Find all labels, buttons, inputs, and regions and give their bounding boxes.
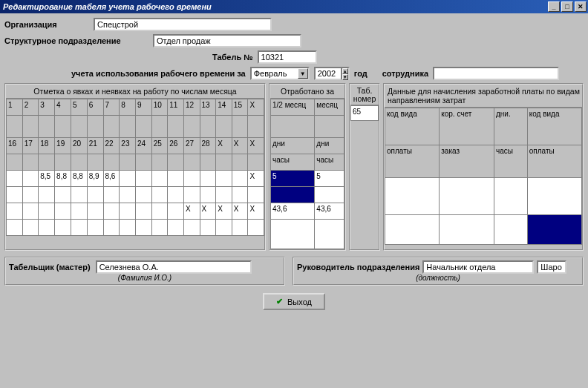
attendance-cell[interactable]	[168, 171, 184, 187]
attendance-cell: X	[248, 99, 264, 116]
spinner-up-icon[interactable]: ▲	[342, 68, 348, 74]
window-titlebar: Редактирование табеля учета рабочего вре…	[0, 0, 588, 13]
payroll-c5: оплаты	[385, 145, 440, 178]
window-title: Редактирование табеля учета рабочего вре…	[3, 2, 212, 11]
maximize-icon[interactable]: □	[561, 1, 573, 12]
worked-h1a: 1/2 месяц	[271, 99, 315, 116]
worked-h2a: дни	[271, 138, 315, 154]
attendance-cell: 22	[103, 138, 120, 154]
leader-hint: (должность)	[297, 274, 579, 282]
worked-h3a: часы	[271, 154, 315, 171]
tabnum-panel: Таб. номер 65	[349, 83, 380, 251]
attendance-cell[interactable]	[183, 171, 200, 187]
worked-h3b: часы	[315, 154, 344, 171]
attendance-cell[interactable]	[216, 171, 232, 187]
tabnum-grid[interactable]: 65	[350, 105, 379, 121]
attendance-cell: 4	[55, 99, 71, 116]
attendance-cell[interactable]: X	[216, 203, 232, 220]
year-spinner[interactable]: ▲ ▼	[341, 67, 350, 80]
attendance-cell[interactable]	[7, 171, 23, 187]
attendance-cell[interactable]	[135, 203, 151, 220]
tabnum-value[interactable]: 65	[351, 106, 379, 121]
attendance-cell[interactable]	[120, 203, 136, 220]
attendance-cell[interactable]: 8,9	[87, 171, 103, 187]
worked-h1b: месяц	[315, 99, 344, 116]
attendance-cell: 17	[22, 138, 39, 154]
worked-r3b[interactable]: 43,6	[315, 203, 344, 220]
payroll-c8: оплаты	[527, 145, 581, 178]
attendance-cell: 7	[103, 99, 120, 116]
payroll-c2: кор. счет	[440, 108, 494, 145]
leader-input[interactable]	[422, 260, 534, 274]
attendance-cell: 24	[135, 138, 151, 154]
attendance-cell[interactable]	[135, 171, 151, 187]
attendance-cell[interactable]	[200, 171, 216, 187]
exit-button[interactable]: ✔ Выход	[263, 293, 325, 310]
employee-input[interactable]	[433, 67, 559, 80]
attendance-cell[interactable]	[232, 171, 248, 187]
attendance-cell: 3	[39, 99, 55, 116]
attendance-cell[interactable]: X	[200, 203, 216, 220]
extra-input[interactable]	[537, 260, 566, 274]
worked-r3a[interactable]: 43,6	[271, 203, 315, 220]
org-input[interactable]	[94, 18, 272, 31]
attendance-cell: 19	[55, 138, 71, 154]
exit-label: Выход	[287, 297, 312, 306]
worked-r2a[interactable]	[271, 187, 315, 203]
attendance-cell[interactable]: X	[232, 203, 248, 220]
attendance-cell[interactable]	[39, 203, 55, 220]
payroll-c4: код вида	[527, 108, 581, 145]
worked-r1a[interactable]: 5	[271, 171, 315, 187]
attendance-cell: 10	[151, 99, 168, 116]
attendance-cell[interactable]	[55, 203, 71, 220]
attendance-grid[interactable]: 123456789101112131415X161718192021222324…	[6, 99, 264, 236]
payroll-c6: заказ	[440, 145, 494, 178]
worked-title: Отработано за	[270, 85, 344, 99]
attendance-cell: 28	[200, 138, 216, 154]
org-label: Организация	[4, 20, 94, 29]
worked-r1b[interactable]: 5	[315, 171, 344, 187]
attendance-cell[interactable]	[120, 171, 136, 187]
attendance-cell[interactable]	[151, 171, 168, 187]
attendance-cell[interactable]	[71, 203, 87, 220]
attendance-cell[interactable]: X	[248, 203, 264, 220]
attendance-cell: 2	[22, 99, 39, 116]
worked-grid[interactable]: 1/2 месяцмесяц днидни часычасы 55 43,643…	[270, 99, 344, 249]
tabnum-title: Таб. номер	[350, 85, 379, 105]
attendance-cell[interactable]: 8,5	[39, 171, 55, 187]
attendance-cell[interactable]: X	[248, 171, 264, 187]
attendance-cell[interactable]	[103, 203, 120, 220]
close-icon[interactable]: ✕	[575, 1, 587, 12]
attendance-cell[interactable]	[87, 203, 103, 220]
attendance-cell[interactable]	[22, 203, 39, 220]
tabkeeper-input[interactable]	[96, 260, 252, 274]
payroll-c7: часы	[494, 145, 527, 178]
attendance-cell: X	[232, 138, 248, 154]
attendance-cell[interactable]: 8,8	[55, 171, 71, 187]
year-input[interactable]	[314, 67, 341, 80]
payroll-grid[interactable]: код вида кор. счет дни. код вида оплаты …	[385, 108, 582, 245]
check-icon: ✔	[276, 297, 283, 306]
tabkeeper-label: Табельщик (мастер)	[9, 263, 91, 272]
spinner-down-icon[interactable]: ▼	[342, 74, 348, 80]
attendance-cell[interactable]: X	[183, 203, 200, 220]
attendance-cell: 12	[183, 99, 200, 116]
attendance-cell[interactable]: 8,8	[71, 171, 87, 187]
worked-r2b[interactable]	[315, 187, 344, 203]
month-combo[interactable]: Февраль ▼	[250, 67, 310, 80]
minimize-icon[interactable]: _	[548, 1, 560, 12]
tabel-input[interactable]	[258, 50, 317, 64]
attendance-cell[interactable]	[151, 203, 168, 220]
payroll-c3: дни.	[494, 108, 527, 145]
attendance-cell[interactable]	[168, 203, 184, 220]
attendance-cell: 11	[168, 99, 184, 116]
attendance-cell[interactable]	[7, 203, 23, 220]
chevron-down-icon[interactable]: ▼	[298, 68, 308, 79]
attendance-cell: 1	[7, 99, 23, 116]
dept-label: Структурное подразделение	[4, 36, 153, 45]
dept-input[interactable]	[153, 34, 301, 47]
attendance-cell[interactable]	[22, 171, 39, 187]
worked-h2b: дни	[315, 138, 344, 154]
attendance-cell: 23	[120, 138, 136, 154]
attendance-cell[interactable]: 8,6	[103, 171, 120, 187]
